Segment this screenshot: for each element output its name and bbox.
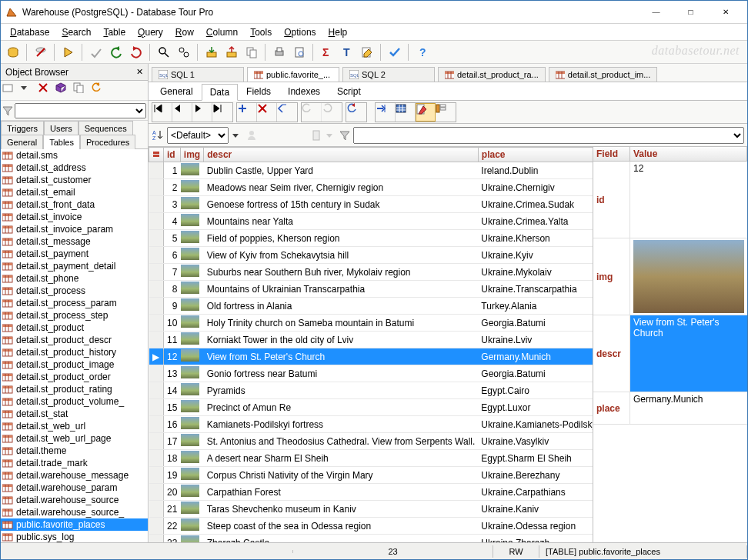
object-item[interactable]: detail.st_product_volume_ (1, 395, 148, 408)
object-item[interactable]: public.sys_log (1, 531, 148, 542)
detail-row-id[interactable]: id12 (593, 162, 747, 238)
subtab-general[interactable]: General (152, 83, 202, 100)
object-tab-general[interactable]: General (1, 135, 43, 149)
object-item[interactable]: detail.st_product_descr (1, 334, 148, 346)
table-row[interactable]: 16Kamianets-Podilskyi fortressUkraine.Ka… (149, 416, 594, 433)
undo-button[interactable] (107, 43, 125, 62)
redo-edit-button[interactable] (322, 103, 342, 122)
object-item[interactable]: detail.trade_mark (1, 457, 148, 469)
refresh-data-button[interactable] (346, 103, 366, 122)
table-row[interactable]: 19Corpus Christi Nativity of the Virgin … (149, 467, 594, 484)
help-button[interactable]: ? (413, 43, 432, 62)
menu-row[interactable]: Row (169, 25, 200, 39)
object-item[interactable]: detail.st_payment (1, 248, 148, 260)
detail-row-place[interactable]: placeGermany.Munich (593, 392, 747, 425)
table-row[interactable]: 4Mountains near YaltaUkraine.Crimea.Yalt… (149, 213, 594, 230)
delete-object-button[interactable] (38, 82, 55, 99)
maximize-button[interactable]: □ (673, 1, 708, 23)
column-header-img[interactable]: img (180, 148, 203, 162)
goto-button[interactable] (376, 103, 396, 122)
object-item[interactable]: detail.st_invoice (1, 211, 148, 223)
check-button[interactable] (386, 43, 404, 62)
table-row[interactable]: 8Mountains of Ukrainian TranscarpathiaUk… (149, 281, 594, 298)
table-row[interactable]: 2Meadows near Seim river, Chernigiv regi… (149, 179, 594, 196)
filter-icon[interactable] (2, 105, 13, 116)
table-row[interactable]: 11Korniakt Tower in the old city of Lviv… (149, 332, 594, 348)
find-replace-button[interactable] (175, 43, 193, 62)
close-button[interactable]: ✕ (708, 1, 743, 23)
subtab-script[interactable]: Script (329, 83, 369, 100)
subtab-indexes[interactable]: Indexes (279, 83, 329, 100)
object-item[interactable]: detail.st_email (1, 186, 148, 198)
page-tab[interactable]: detail.st_product_im... (549, 67, 658, 82)
import-button[interactable] (202, 43, 221, 62)
bookmark-dropdown[interactable] (326, 130, 333, 141)
column-header-id[interactable]: id (164, 148, 181, 162)
object-item[interactable]: detail.st_product_rating (1, 383, 148, 395)
object-item[interactable]: detail.st_address (1, 162, 148, 174)
table-row[interactable]: 14PyramidsEgypt.Cairo (149, 382, 594, 399)
subtab-fields[interactable]: Fields (238, 83, 279, 100)
table-row[interactable]: 22Steep coast of the sea in Odessa regio… (149, 518, 594, 535)
object-item[interactable]: detail.st_phone (1, 272, 148, 285)
object-tab-users[interactable]: Users (44, 121, 78, 135)
table-row[interactable]: 20Carpathian ForestUkraine.Carpathians (149, 484, 594, 501)
object-item[interactable]: detail.st_stat (1, 408, 148, 420)
copy-objects-button[interactable] (73, 82, 90, 99)
table-row[interactable]: 21Taras Shevchenko museum in KanivUkrain… (149, 501, 594, 518)
subtab-data[interactable]: Data (202, 84, 238, 101)
menu-help[interactable]: Help (322, 25, 354, 39)
minimize-button[interactable]: — (639, 1, 673, 23)
insert-record-button[interactable] (237, 103, 257, 122)
object-item[interactable]: detail.st_product_history (1, 346, 148, 358)
new-object-dropdown[interactable] (20, 82, 37, 99)
copy-button[interactable] (242, 43, 261, 62)
db-disconnect-button[interactable] (32, 43, 50, 62)
object-item[interactable]: detail.st_web_url (1, 420, 148, 432)
object-item[interactable]: detail.theme (1, 445, 148, 457)
menu-tools[interactable]: Tools (244, 25, 278, 39)
print-button[interactable] (270, 43, 289, 62)
table-row[interactable]: 10Holy Trinity church on Sameba mountain… (149, 315, 594, 332)
table-row[interactable]: 23Zbarazh CastleUkraine.Zbarazh (149, 535, 594, 543)
table-row[interactable]: 3Genoese fortress of 15th century in Sud… (149, 196, 594, 213)
object-tab-tables[interactable]: Tables (43, 135, 80, 149)
first-record-button[interactable] (152, 103, 172, 122)
object-item[interactable]: detail.st_product (1, 322, 148, 334)
column-header-place[interactable]: place (478, 148, 593, 162)
detail-view-button[interactable] (436, 103, 456, 122)
new-object-button[interactable] (2, 82, 19, 99)
undo-edit-button[interactable] (302, 103, 322, 122)
redo-button[interactable] (127, 43, 145, 62)
sort-button[interactable]: AZ (152, 129, 164, 142)
menu-table[interactable]: Table (97, 25, 132, 39)
object-item[interactable]: detail.st_process_step (1, 309, 148, 322)
sort-select[interactable]: <Default> (167, 127, 229, 144)
table-row[interactable]: 6View of Kyiv from Schekavytsia hillUkra… (149, 247, 594, 264)
menu-search[interactable]: Search (55, 25, 97, 39)
data-grid[interactable]: idimgdescrplace1Dublin Castle, Upper Yar… (149, 147, 593, 542)
object-item[interactable]: detail.st_process_param (1, 297, 148, 309)
table-row[interactable]: ▶12View from St. Peter's ChurchGermany.M… (149, 348, 594, 365)
db-connect-button[interactable] (4, 43, 22, 62)
filter-button[interactable] (339, 130, 350, 141)
menu-column[interactable]: Column (200, 25, 244, 39)
menu-options[interactable]: Options (278, 25, 322, 39)
object-item[interactable]: detail.st_product_image (1, 358, 148, 371)
next-record-button[interactable] (192, 103, 212, 122)
commit-button[interactable] (87, 43, 105, 62)
cube-button[interactable] (55, 82, 72, 99)
filter-expression-select[interactable] (353, 127, 744, 144)
detail-row-descr[interactable]: descrView from St. Peter's Church (593, 315, 747, 392)
edit-button[interactable] (358, 43, 376, 62)
form-edit-button[interactable] (416, 103, 436, 122)
object-item[interactable]: detail.warehouse_source_ (1, 506, 148, 518)
table-row[interactable]: 15Precinct of Amun ReEgypt.Luxor (149, 399, 594, 416)
column-header-descr[interactable]: descr (204, 148, 479, 162)
text-button[interactable]: T (338, 43, 356, 62)
preview-button[interactable] (290, 43, 309, 62)
object-item[interactable]: detail.st_web_url_page (1, 432, 148, 445)
execute-button[interactable] (59, 43, 78, 62)
object-item[interactable]: detail.st_front_data (1, 198, 148, 211)
table-row[interactable]: 5Field of poppies, Kherson regionUkraine… (149, 230, 594, 247)
